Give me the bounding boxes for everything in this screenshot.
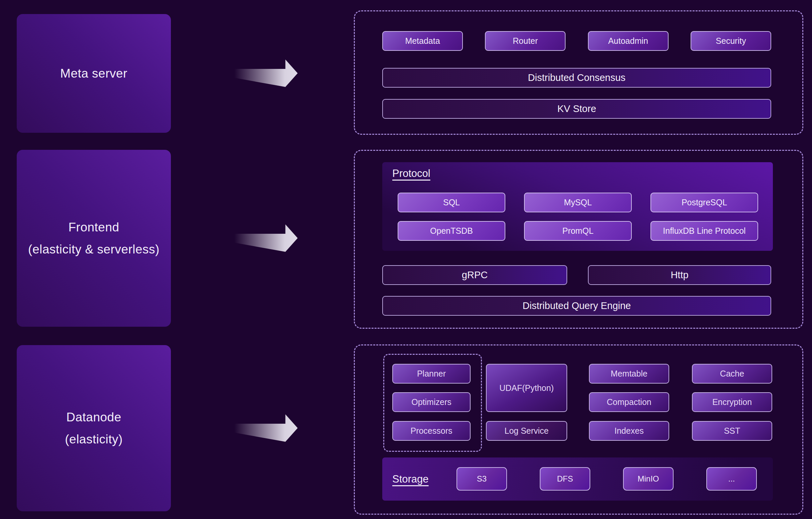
promql-node: PromQL <box>524 221 632 241</box>
compaction-node: Compaction <box>589 392 669 412</box>
cache-node: Cache <box>692 364 772 383</box>
datanode-label-line1: Datanode <box>66 410 121 424</box>
frontend-label-line2: (elasticity & serverless) <box>28 242 160 257</box>
architecture-diagram: Meta server Frontend (elasticity & serve… <box>0 0 812 519</box>
kv-store-node: KV Store <box>382 99 771 119</box>
security-node: Security <box>691 31 771 51</box>
protocol-title: Protocol <box>392 168 430 180</box>
meta-server-label: Meta server <box>60 66 127 81</box>
distributed-query-engine-node: Distributed Query Engine <box>382 296 771 316</box>
http-node: Http <box>588 265 771 285</box>
meta-server-box: Meta server <box>17 14 171 133</box>
storage-options-row: S3 DFS MinIO ... <box>457 467 757 491</box>
influxdb-line-protocol-node: InfluxDB Line Protocol <box>650 221 758 241</box>
frontend-panel: Protocol SQL MySQL PostgreSQL OpenTSDB P… <box>354 150 803 329</box>
distributed-consensus-node: Distributed Consensus <box>382 68 771 88</box>
encryption-node: Encryption <box>692 392 772 412</box>
more-storage-node: ... <box>706 467 757 491</box>
router-node: Router <box>485 31 566 51</box>
postgresql-node: PostgreSQL <box>650 193 758 212</box>
dfs-node: DFS <box>540 467 590 491</box>
optimizers-node: Optimizers <box>392 392 470 412</box>
storage-title: Storage <box>392 473 429 485</box>
opentsdb-node: OpenTSDB <box>398 221 505 241</box>
sst-node: SST <box>692 421 772 441</box>
protocol-group: Protocol SQL MySQL PostgreSQL OpenTSDB P… <box>382 162 773 251</box>
protocol-grid: SQL MySQL PostgreSQL OpenTSDB PromQL Inf… <box>398 193 758 241</box>
frontend-label-line1: Frontend <box>68 220 119 234</box>
minio-node: MinIO <box>623 467 673 491</box>
processors-node: Processors <box>392 421 470 441</box>
datanode-label-line2: (elasticity) <box>65 432 123 446</box>
right-arrow-icon <box>233 60 298 87</box>
udaf-python-node: UDAF(Python) <box>486 364 567 412</box>
right-arrow-icon <box>233 224 298 252</box>
grpc-node: gRPC <box>382 265 567 285</box>
datanode-box: Datanode (elasticity) <box>17 345 171 511</box>
right-arrow-icon <box>233 414 298 442</box>
sql-node: SQL <box>398 193 505 212</box>
meta-server-panel: Metadata Router Autoadmin Security Distr… <box>354 10 803 135</box>
memtable-node: Memtable <box>589 364 669 383</box>
s3-node: S3 <box>457 467 507 491</box>
storage-group: Storage S3 DFS MinIO ... <box>382 458 773 500</box>
meta-components-row: Metadata Router Autoadmin Security <box>382 31 771 51</box>
frontend-box: Frontend (elasticity & serverless) <box>17 150 171 327</box>
metadata-node: Metadata <box>382 31 463 51</box>
log-service-node: Log Service <box>486 421 567 441</box>
indexes-node: Indexes <box>589 421 669 441</box>
autoadmin-node: Autoadmin <box>588 31 669 51</box>
planner-node: Planner <box>392 364 470 383</box>
mysql-node: MySQL <box>524 193 632 212</box>
datanode-panel: Planner Optimizers Processors UDAF(Pytho… <box>354 344 803 515</box>
